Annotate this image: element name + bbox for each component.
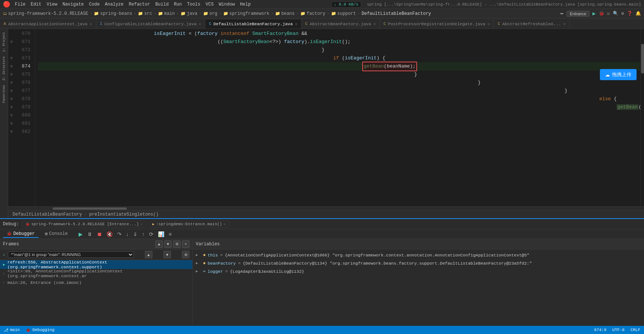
menu-help[interactable]: Help	[240, 2, 251, 7]
line-numbers: 870 871 872 873 874 875 876 877 878 879 …	[15, 29, 35, 206]
coverage-icon[interactable]: ☑	[607, 11, 610, 16]
debug-tab-debugger[interactable]: 🐞 Debugger	[3, 230, 39, 238]
debug-session-1-close[interactable]: ✕	[141, 222, 143, 226]
tab-close-4[interactable]: ✕	[488, 22, 490, 26]
breadcrumb-java[interactable]: 📁 java	[181, 11, 198, 16]
breadcrumb-file[interactable]: DefaultListableBeanFactory	[361, 11, 431, 16]
gutter-fold-879[interactable]: ▽	[8, 111, 15, 119]
debug-session-2-close[interactable]: ✕	[224, 222, 226, 226]
menu-file[interactable]: File	[15, 2, 26, 7]
debug-tab-console[interactable]: ▤ Console	[42, 230, 72, 238]
breadcrumb-factory[interactable]: 📁 factory	[300, 11, 325, 16]
debug-resume-btn[interactable]: ▶	[77, 230, 84, 238]
vertical-scrollbar[interactable]	[640, 29, 644, 206]
thread-up-btn[interactable]: ▲	[145, 251, 152, 258]
tab-icon-0: A	[4, 22, 6, 26]
scroll-thumb[interactable]	[641, 44, 644, 73]
tab-close-2[interactable]: ✕	[295, 22, 298, 26]
entrance-button[interactable]: Entrance	[567, 11, 589, 17]
tab-abstract-bean-factory[interactable]: C AbstractBeanFactory.java ✕	[301, 19, 380, 29]
frames-up-btn[interactable]: ▲	[155, 240, 163, 248]
debug-stop-btn[interactable]: ⏹	[96, 230, 103, 238]
gutter-fold-875[interactable]: ▽	[8, 79, 15, 87]
status-git[interactable]: ⎇ main	[4, 328, 20, 333]
debug-session-2[interactable]: ▶ :springdemo:Entrance.main() ✕	[149, 221, 229, 227]
menu-code[interactable]: Code	[89, 2, 100, 7]
thread-down-btn[interactable]: ▼	[164, 251, 171, 258]
debug-force-step-into-btn[interactable]: ⇓	[132, 230, 139, 238]
help-icon[interactable]: ❓	[627, 11, 633, 16]
debug-more-btn[interactable]: ≡	[168, 230, 173, 238]
search-icon[interactable]: 🔍	[613, 11, 618, 16]
code-bc-method[interactable]: preInstantiateSingletons()	[89, 212, 158, 217]
gutter-fold-877[interactable]: ▽	[8, 95, 15, 103]
tab-close-1[interactable]: ✕	[199, 22, 201, 26]
gutter-fold-870[interactable]: ▽	[8, 38, 15, 46]
tab-default-listable[interactable]: C DefaultListableBeanFactory.java ✕	[205, 19, 302, 29]
notification-icon[interactable]: 🔔	[635, 11, 641, 16]
tab-abstract-refreshable[interactable]: C AbstractRefreshableA... ✕	[494, 19, 569, 29]
frames-filter-btn[interactable]: ⚙	[173, 240, 181, 248]
menu-view[interactable]: View	[47, 2, 57, 7]
tab-abstract-app-context[interactable]: A AbstractApplicationContext.java ✕	[0, 19, 96, 29]
debug-run-icon[interactable]: ▶	[592, 10, 595, 17]
breadcrumb-beans[interactable]: 📁 beans	[275, 11, 295, 16]
breadcrumb-project[interactable]: 🗂 spring-framework-5.2.0.RELEASE	[3, 11, 88, 16]
menu-edit[interactable]: Edit	[31, 2, 42, 7]
code-bc-class[interactable]: DefaultListableBeanFactory	[13, 212, 82, 217]
settings-icon[interactable]: ⚙	[621, 11, 624, 16]
breadcrumb-support[interactable]: 📁 support	[331, 11, 356, 16]
nav-back-icon[interactable]: ⬅	[560, 10, 564, 17]
menu-tools[interactable]: Tools	[187, 2, 201, 7]
frame-item-0[interactable]: ▶ refresh:550, AbstractApplicationContex…	[0, 260, 192, 269]
debug-pause-btn[interactable]: ⏸	[86, 230, 93, 238]
upload-button[interactable]: ☁ 拖拽上传	[600, 69, 637, 80]
gutter-fold-874[interactable]: ▽	[8, 71, 15, 79]
breadcrumb-module[interactable]: 📁 spring-beans	[94, 11, 132, 16]
h-scroll-thumb[interactable]	[53, 207, 127, 210]
tab-close-5[interactable]: ✕	[563, 22, 566, 26]
menu-run[interactable]: Run	[174, 2, 182, 7]
debug-icon[interactable]: 🐞	[599, 11, 604, 16]
debug-step-out-btn[interactable]: ↑	[141, 230, 146, 238]
frames-down-btn[interactable]: ▼	[164, 240, 172, 248]
tab-close-3[interactable]: ✕	[373, 22, 376, 26]
thread-dropdown[interactable]: *"main"@1 in group "main": RUNNING	[8, 251, 134, 258]
frame-item-2[interactable]: ▷ main:26, Entrance (com.imooc)	[0, 278, 192, 287]
breadcrumb-main[interactable]: 📁 main	[158, 11, 175, 16]
debug-mute-btn[interactable]: 🔇	[105, 230, 114, 238]
menu-refactor[interactable]: Refactor	[129, 2, 150, 7]
menu-vcs[interactable]: VCS	[206, 2, 214, 7]
gutter-fold-873[interactable]: ▽	[8, 62, 15, 71]
debug-step-into-btn[interactable]: ↓	[125, 230, 130, 238]
gutter-fold-878[interactable]: ▽	[8, 103, 15, 111]
tab-post-processor[interactable]: C PostProcessorRegistrationDelegate.java…	[380, 19, 494, 29]
gutter-fold-872[interactable]: ▽	[8, 54, 15, 62]
breadcrumb-springframework[interactable]: 📁 springframework	[223, 11, 270, 16]
thread-filter-btn[interactable]: ⚙	[182, 251, 189, 258]
menu-navigate[interactable]: Navigate	[62, 2, 84, 7]
frames-add-btn[interactable]: +	[182, 240, 189, 248]
breadcrumb-src[interactable]: 📁 src	[138, 11, 152, 16]
debug-eval-btn[interactable]: 📊	[157, 230, 165, 238]
sidebar-structure-label[interactable]: Z: Structure	[2, 56, 6, 81]
gutter-fold-876[interactable]: ▽	[8, 87, 15, 95]
gutter-fold-880[interactable]: ▽	[8, 119, 15, 128]
menu-window[interactable]: Window	[219, 2, 235, 7]
var-expand-logger[interactable]: ▶	[196, 269, 201, 274]
breadcrumb-org[interactable]: 📁 org	[203, 11, 218, 16]
var-expand-beanFactory[interactable]: ▶	[196, 261, 201, 265]
sidebar-favorites-label[interactable]: Favorites	[2, 85, 6, 103]
horizontal-scrollbar[interactable]	[8, 206, 644, 210]
frame-item-1[interactable]: ▷ <init>:89, AnnotationConfigApplication…	[0, 269, 192, 278]
menu-build[interactable]: Build	[155, 2, 169, 7]
debug-step-over-btn[interactable]: ↷	[116, 230, 123, 238]
gutter-fold-881[interactable]: ▽	[8, 128, 15, 136]
tab-configurable-listable[interactable]: I ConfigurableListableBeanFactory.java ✕	[96, 19, 205, 29]
menu-analyze[interactable]: Analyze	[105, 2, 123, 7]
debug-run-to-cursor-btn[interactable]: ⟳	[148, 230, 155, 238]
var-expand-this[interactable]: ▶	[196, 253, 201, 257]
debug-session-1[interactable]: 🐞 spring-framework-5.2.0.RELEASE [Entran…	[22, 221, 146, 227]
sidebar-project-label[interactable]: 1: Project	[2, 32, 6, 52]
tab-close-0[interactable]: ✕	[90, 22, 92, 26]
